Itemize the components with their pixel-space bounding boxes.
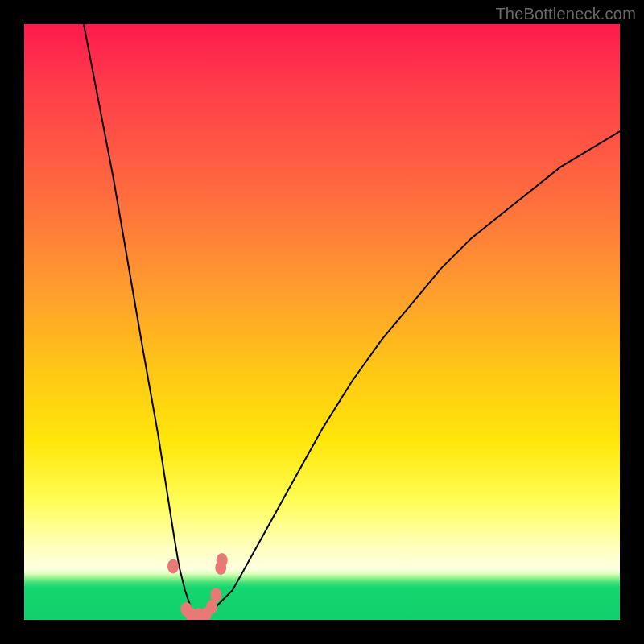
plot-area — [24, 24, 620, 620]
chart-frame: TheBottleneck.com — [0, 0, 644, 644]
curve-marker — [167, 559, 179, 573]
curve-marker — [200, 607, 212, 620]
curve-marker — [215, 560, 226, 575]
watermark-text: TheBottleneck.com — [495, 5, 636, 23]
curve-markers — [167, 553, 228, 620]
curve-marker — [180, 602, 192, 617]
curve-line — [84, 24, 620, 614]
bottleneck-curve — [24, 24, 620, 620]
curve-marker — [185, 607, 196, 620]
curve-marker — [210, 588, 221, 602]
curve-marker — [217, 553, 228, 568]
curve-marker — [206, 600, 217, 614]
curve-marker — [193, 608, 204, 620]
